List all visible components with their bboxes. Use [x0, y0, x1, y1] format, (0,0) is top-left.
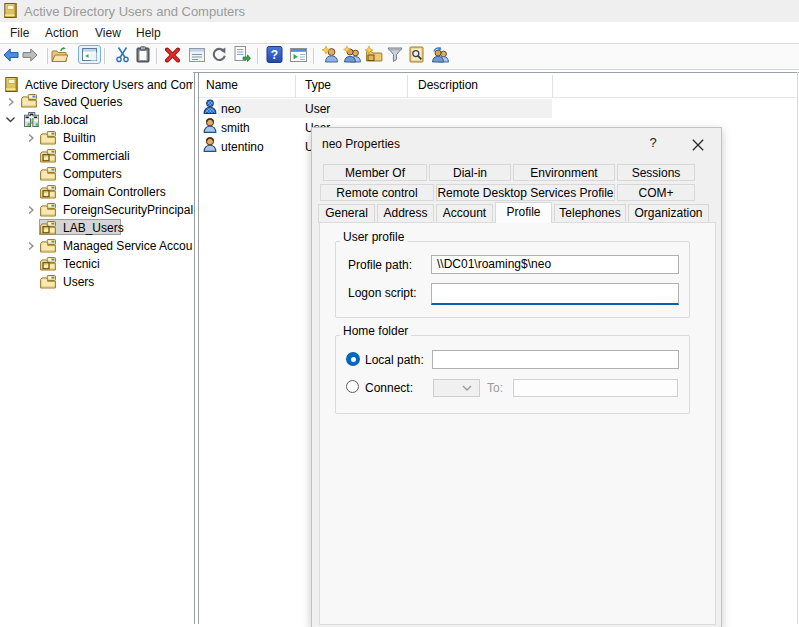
svg-text:?: ?: [271, 48, 278, 62]
